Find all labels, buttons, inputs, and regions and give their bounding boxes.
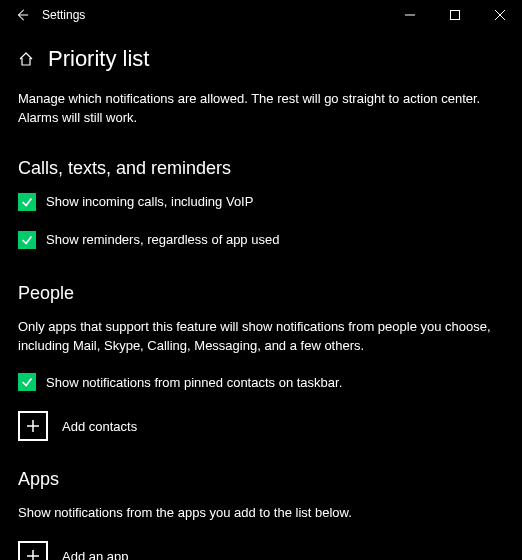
- checkbox-label: Show notifications from pinned contacts …: [46, 375, 342, 390]
- close-icon: [495, 10, 505, 20]
- add-app-button[interactable]: Add an app: [18, 541, 504, 560]
- maximize-button[interactable]: [432, 0, 477, 30]
- checkmark-icon: [20, 195, 34, 209]
- plus-icon: [25, 548, 41, 560]
- maximize-icon: [450, 10, 460, 20]
- close-button[interactable]: [477, 0, 522, 30]
- checkbox-show-reminders[interactable]: [18, 231, 36, 249]
- checkmark-icon: [20, 375, 34, 389]
- window-title: Settings: [36, 8, 85, 22]
- back-button[interactable]: [8, 0, 36, 30]
- checkbox-show-incoming-calls[interactable]: [18, 193, 36, 211]
- add-contacts-label: Add contacts: [62, 419, 137, 434]
- people-note: Only apps that support this feature will…: [18, 318, 504, 356]
- home-button[interactable]: [18, 51, 34, 67]
- checkbox-pinned-contacts[interactable]: [18, 373, 36, 391]
- svg-rect-0: [450, 11, 459, 20]
- arrow-left-icon: [15, 8, 29, 22]
- section-heading-people: People: [18, 283, 504, 304]
- section-heading-calls: Calls, texts, and reminders: [18, 158, 504, 179]
- home-icon: [18, 51, 34, 67]
- section-heading-apps: Apps: [18, 469, 504, 490]
- minimize-icon: [405, 10, 415, 20]
- minimize-button[interactable]: [387, 0, 432, 30]
- apps-note: Show notifications from the apps you add…: [18, 504, 504, 523]
- page-description: Manage which notifications are allowed. …: [18, 90, 504, 128]
- checkmark-icon: [20, 233, 34, 247]
- page-title: Priority list: [48, 46, 149, 72]
- add-contacts-button[interactable]: Add contacts: [18, 411, 504, 441]
- add-app-label: Add an app: [62, 549, 129, 560]
- checkbox-label: Show incoming calls, including VoIP: [46, 194, 253, 209]
- plus-icon: [25, 418, 41, 434]
- checkbox-label: Show reminders, regardless of app used: [46, 232, 279, 247]
